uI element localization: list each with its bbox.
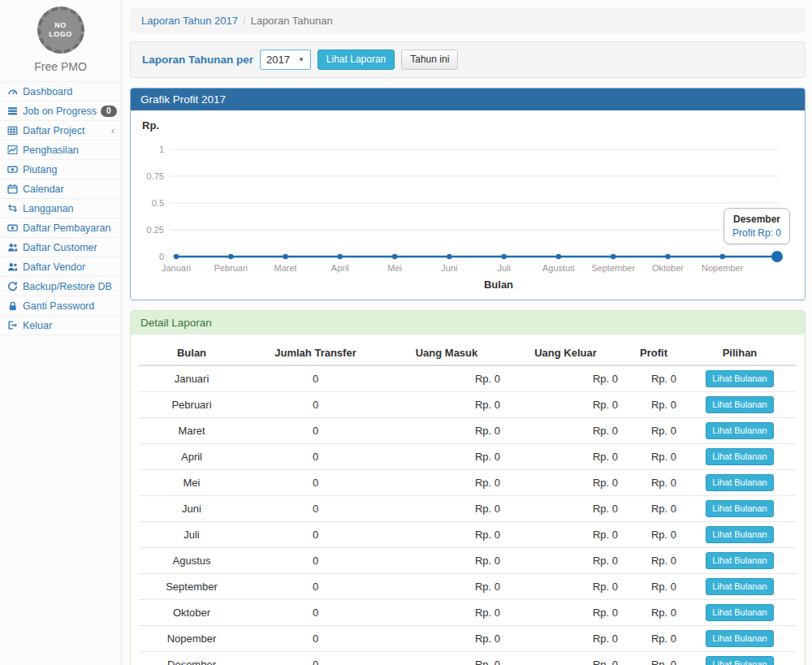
lihat-bulanan-button[interactable]: Lihat Bulanan [706,474,773,491]
lihat-bulanan-button[interactable]: Lihat Bulanan [706,448,773,465]
chart-panel-title: Grafik Profit 2017 [131,89,805,110]
lock-icon [6,300,19,311]
sidebar-item-ganti-password[interactable]: Ganti Password [0,296,121,316]
sidebar-item-label: Ganti Password [23,300,94,312]
svg-text:0.5: 0.5 [152,198,164,208]
breadcrumb: Laporan Tahun 2017/Laporan Tahunan [130,8,806,33]
lihat-bulanan-button[interactable]: Lihat Bulanan [706,526,773,543]
chart-panel-body: Rp.00.250.50.751JanuariPebruariMaretApri… [131,110,805,300]
cell-jumlah-transfer: 0 [244,496,387,522]
cell-jumlah-transfer: 0 [244,365,387,392]
table-row: Pebruari0Rp. 0Rp. 0Rp. 0Lihat Bulanan [139,392,797,418]
lihat-bulanan-button[interactable]: Lihat Bulanan [706,630,773,647]
cell-uang-keluar: Rp. 0 [507,626,624,652]
users-icon [6,242,19,253]
lihat-bulanan-button[interactable]: Lihat Bulanan [706,396,773,413]
lihat-bulanan-button[interactable]: Lihat Bulanan [706,370,773,387]
table-row: Mei0Rp. 0Rp. 0Rp. 0Lihat Bulanan [139,470,797,496]
cell-jumlah-transfer: 0 [244,600,387,626]
table-row: September0Rp. 0Rp. 0Rp. 0Lihat Bulanan [139,574,797,600]
cell-bulan: September [139,574,244,600]
table-row: Januari0Rp. 0Rp. 0Rp. 0Lihat Bulanan [139,365,797,392]
refresh-icon [6,281,19,291]
table-row: Agustus0Rp. 0Rp. 0Rp. 0Lihat Bulanan [139,548,797,574]
year-select[interactable]: 2017 ▼ [260,50,311,70]
money-icon [6,164,19,175]
cell-uang-keluar: Rp. 0 [507,444,624,470]
sidebar-item-dashboard[interactable]: Dashboard [0,82,121,101]
cell-jumlah-transfer: 0 [244,392,387,418]
breadcrumb-separator: / [243,15,246,27]
chevron-left-icon: ‹ [111,127,114,135]
col-header-uang-masuk: Uang Masuk [387,341,507,365]
sidebar-item-piutang[interactable]: Piutang [0,160,121,179]
cell-profit: Rp. 0 [624,626,683,652]
tahun-ini-button[interactable]: Tahun ini [401,50,458,70]
svg-text:0.75: 0.75 [147,171,164,181]
sidebar-item-daftar-customer[interactable]: Daftar Customer [0,238,121,257]
svg-text:Juli: Juli [497,263,511,273]
cell-uang-masuk: Rp. 0 [387,626,507,652]
sidebar-item-backup-restore-db[interactable]: Backup/Restore DB [0,277,121,296]
cell-uang-keluar: Rp. 0 [507,365,624,392]
report-filter-bar: Laporan Tahunan per 2017 ▼ Lihat Laporan… [130,41,806,78]
lihat-bulanan-button[interactable]: Lihat Bulanan [706,552,773,569]
main-content: Laporan Tahun 2017/Laporan Tahunan Lapor… [122,0,812,665]
cell-pilihan: Lihat Bulanan [683,522,797,548]
cell-pilihan: Lihat Bulanan [683,548,797,574]
cell-uang-keluar: Rp. 0 [507,522,624,548]
lihat-bulanan-button[interactable]: Lihat Bulanan [706,656,773,665]
sign-out-icon [6,320,19,330]
sidebar-item-daftar-project[interactable]: Daftar Project‹ [0,121,121,140]
svg-text:April: April [331,263,349,273]
sidebar-item-daftar-pembayaran[interactable]: Daftar Pembayaran [0,218,121,238]
lihat-bulanan-button[interactable]: Lihat Bulanan [706,578,773,595]
sidebar-item-label: Dashboard [23,86,72,97]
sidebar-item-calendar[interactable]: Calendar [0,179,121,199]
svg-text:Agustus: Agustus [542,263,575,273]
lihat-laporan-button[interactable]: Lihat Laporan [317,50,395,70]
sidebar-item-keluar[interactable]: Keluar [0,316,121,335]
svg-text:Juni: Juni [441,263,457,273]
cell-profit: Rp. 0 [624,496,683,522]
tooltip-title: Desember [732,214,781,225]
tasks-icon [6,106,19,116]
retweet-icon [6,203,19,214]
cell-profit: Rp. 0 [624,444,683,470]
lihat-bulanan-button[interactable]: Lihat Bulanan [706,422,773,439]
svg-text:Maret: Maret [274,263,296,273]
lihat-bulanan-button[interactable]: Lihat Bulanan [706,500,773,517]
sidebar-item-label: Piutang [23,164,57,175]
cell-pilihan: Lihat Bulanan [683,600,797,626]
cell-uang-masuk: Rp. 0 [387,496,507,522]
year-select-value: 2017 [266,54,290,66]
lihat-bulanan-button[interactable]: Lihat Bulanan [706,604,773,621]
tooltip-value: Profit Rp: 0 [732,227,781,239]
no-logo-badge: NO LOGO [37,6,84,54]
sidebar-item-label: Job on Progress [23,106,97,117]
sidebar-item-langganan[interactable]: Langganan [0,199,121,218]
cell-profit: Rp. 0 [624,418,683,444]
logo-text-line1: NO [54,21,67,30]
cell-bulan: Desember [139,652,244,665]
sidebar-item-label: Keluar [23,320,52,331]
col-header-bulan: Bulan [139,341,244,365]
cell-uang-keluar: Rp. 0 [507,496,624,522]
sidebar-item-label: Daftar Customer [23,242,97,253]
table-row: Desember0Rp. 0Rp. 0Rp. 0Lihat Bulanan [139,652,797,665]
svg-text:Januari: Januari [162,263,191,273]
cell-uang-keluar: Rp. 0 [507,392,624,418]
sidebar-item-penghasilan[interactable]: Penghasilan [0,140,121,160]
cell-bulan: Agustus [139,548,244,574]
sidebar-item-label: Daftar Vendor [23,261,85,273]
breadcrumb-link[interactable]: Laporan Tahun 2017 [141,15,238,27]
svg-text:1: 1 [159,145,164,154]
profit-chart-svg[interactable]: Rp.00.250.50.751JanuariPebruariMaretApri… [139,117,797,291]
count-badge: 0 [101,106,117,117]
cell-profit: Rp. 0 [624,392,683,418]
cell-jumlah-transfer: 0 [244,626,387,652]
cell-bulan: Maret [139,418,244,444]
sidebar-item-job-on-progress[interactable]: Job on Progress0 [0,101,121,121]
sidebar-item-daftar-vendor[interactable]: Daftar Vendor [0,257,121,277]
table-row: Juni0Rp. 0Rp. 0Rp. 0Lihat Bulanan [139,496,797,522]
